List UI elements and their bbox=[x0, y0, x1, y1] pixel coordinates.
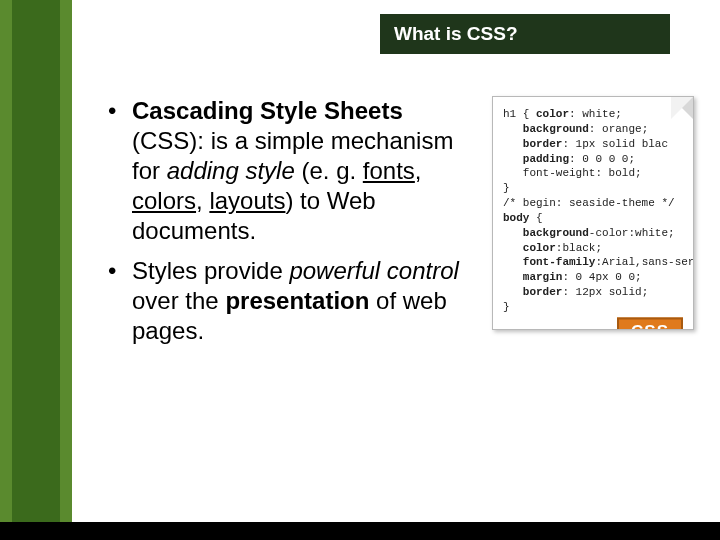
bullet-1-fonts: fonts bbox=[363, 157, 415, 184]
bullet-1-adding-style: adding style bbox=[167, 157, 295, 184]
side-stripe bbox=[0, 0, 72, 540]
slide: What is CSS? Cascading Style Sheets (CSS… bbox=[0, 0, 720, 540]
c-l11c: :Arial,sans-serif bbox=[595, 256, 694, 268]
bullet-1-sep1: , bbox=[415, 157, 422, 184]
c-l1c: : white; bbox=[569, 108, 622, 120]
bullet-2-pre: Styles provide bbox=[132, 257, 289, 284]
page-curl-icon bbox=[671, 97, 693, 119]
c-l13b: border bbox=[523, 286, 563, 298]
title-box: What is CSS? bbox=[380, 14, 670, 54]
c-l1a: h1 { bbox=[503, 108, 536, 120]
c-l10c: :black; bbox=[556, 242, 602, 254]
c-l10a bbox=[503, 242, 523, 254]
c-l12b: margin bbox=[523, 271, 563, 283]
content-area: Cascading Style Sheets (CSS): is a simpl… bbox=[104, 96, 474, 356]
c-l9c: -color:white; bbox=[589, 227, 675, 239]
c-l13a bbox=[503, 286, 523, 298]
c-l6: } bbox=[503, 182, 510, 194]
c-l2b: background bbox=[523, 123, 589, 135]
bullet-1-sep2: , bbox=[196, 187, 209, 214]
c-l4c: : 0 0 0 0; bbox=[569, 153, 635, 165]
c-l3b: border bbox=[523, 138, 563, 150]
c-l3c: : 1px solid blac bbox=[562, 138, 668, 150]
c-l1b: color bbox=[536, 108, 569, 120]
c-l11a bbox=[503, 256, 523, 268]
bullet-1-eg-open: (e. g. bbox=[295, 157, 363, 184]
c-l3a bbox=[503, 138, 523, 150]
c-l4b: padding bbox=[523, 153, 569, 165]
c-l8a: body bbox=[503, 212, 529, 224]
side-stripe-inner bbox=[12, 0, 60, 540]
c-l4a bbox=[503, 153, 523, 165]
c-l13c: : 12px solid; bbox=[562, 286, 648, 298]
c-l5: font-weight: bold; bbox=[503, 167, 642, 179]
code-snippet-card: h1 { color: white; background: orange; b… bbox=[492, 96, 694, 330]
c-l2a bbox=[503, 123, 523, 135]
c-l11b: font-family bbox=[523, 256, 596, 268]
bullet-1-colors: colors bbox=[132, 187, 196, 214]
c-l8b: { bbox=[529, 212, 542, 224]
bottom-bar bbox=[0, 522, 720, 540]
c-l9a bbox=[503, 227, 523, 239]
bullet-2: Styles provide powerful control over the… bbox=[104, 256, 474, 346]
c-l7: /* begin: seaside-theme */ bbox=[503, 197, 675, 209]
bullet-1: Cascading Style Sheets (CSS): is a simpl… bbox=[104, 96, 474, 246]
bullet-2-presentation: presentation bbox=[225, 287, 369, 314]
c-l12a bbox=[503, 271, 523, 283]
slide-title: What is CSS? bbox=[394, 23, 518, 45]
css-badge: CSS bbox=[617, 317, 683, 329]
c-l10b: color bbox=[523, 242, 556, 254]
bullet-1-paren: (CSS): bbox=[132, 127, 211, 154]
c-l14: } bbox=[503, 301, 510, 313]
code-body: h1 { color: white; background: orange; b… bbox=[493, 97, 693, 329]
c-l2c: : orange; bbox=[589, 123, 648, 135]
bullet-1-layouts: layouts bbox=[209, 187, 285, 214]
bullet-1-lead: Cascading Style Sheets bbox=[132, 97, 403, 124]
bullet-2-mid: over the bbox=[132, 287, 225, 314]
c-l12c: : 0 4px 0 0; bbox=[562, 271, 641, 283]
bullet-2-powerful: powerful control bbox=[289, 257, 458, 284]
c-l9b: background bbox=[523, 227, 589, 239]
